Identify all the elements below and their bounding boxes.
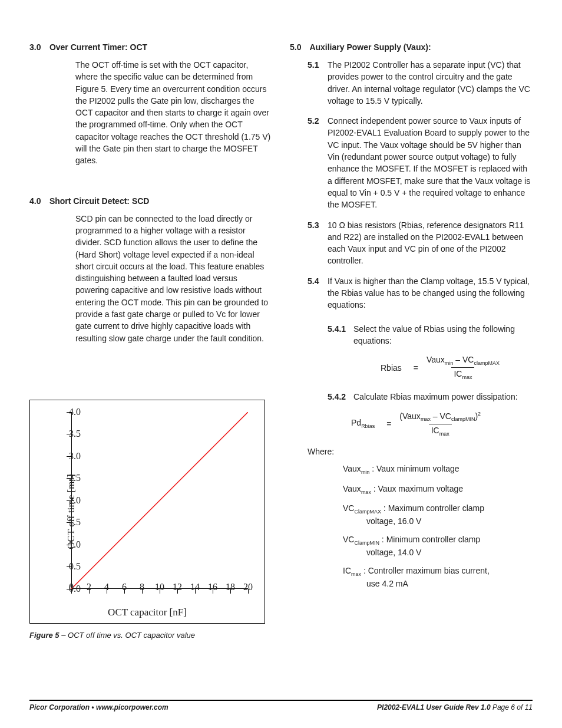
equation-pdrbias-lhs: PdRbias (351, 418, 375, 429)
section-3-title: Over Current Timer: OCT (49, 42, 147, 52)
chart-y-tick-label: 2.0 (57, 495, 81, 506)
eq-minus: – (431, 411, 440, 421)
equation-pdrbias-denominator: ICmax (429, 424, 452, 437)
section-5-heading: 5.0 Auxiliary Power Supply (Vaux): (290, 42, 533, 52)
item-5-4-2-text: Calculate Rbias maximum power dissipatio… (353, 391, 533, 403)
left-column: 3.0 Over Current Timer: OCT The OCT off-… (29, 33, 272, 640)
figure-5: OCT off time [ms] OCT capacitor [nF] 0.0… (29, 400, 272, 640)
eq-term: Vaux (402, 411, 421, 421)
chart-x-tick-label: 10 (155, 582, 164, 592)
eq-term: Pd (351, 418, 361, 427)
eq-term: VC (439, 411, 451, 421)
def-vaux-max: Vauxmax : Vaux maximum voltage (343, 483, 533, 496)
item-5-1-number: 5.1 (308, 59, 328, 107)
section-3-number: 3.0 (29, 42, 47, 52)
section-5-list: 5.1 The PI2002 Controller has a separate… (290, 59, 533, 311)
section-4-body: SCD pin can be connected to the load dir… (29, 213, 272, 344)
def-sub: max (351, 571, 361, 577)
item-5-4-number: 5.4 (308, 275, 328, 311)
eq-minus: – (453, 355, 462, 364)
chart-x-tick-label: 6 (122, 582, 127, 592)
def-sym: VC (343, 535, 354, 544)
eq-sub: clampMIN (451, 417, 475, 423)
footer-left: Picor Corporation • www.picorpower.com (29, 703, 168, 711)
item-5-4-text: If Vaux is higher than the Clamp voltage… (328, 275, 533, 311)
equation-pdrbias: PdRbias = (Vauxmax – VCclampMIN)2 ICmax (328, 411, 533, 436)
eq-term: IC (431, 426, 439, 435)
chart-series-line (71, 412, 248, 589)
chart-y-axis-title: OCT off time [ms] (65, 474, 77, 549)
item-5-4: 5.4 If Vaux is higher than the Clamp vol… (290, 275, 533, 311)
def-cont: voltage, 14.0 V (343, 547, 533, 559)
equation-rbias-denominator: ICmax (451, 367, 474, 380)
chart-x-tick-label: 2 (87, 582, 91, 592)
figure-5-caption: Figure 5 – OCT off time vs. OCT capacito… (29, 631, 272, 640)
chart-x-tick-label: 8 (140, 582, 144, 592)
chart-y-tick-label: 4.0 (57, 407, 81, 417)
item-5-4-2: 5.4.2 Calculate Rbias maximum power diss… (328, 391, 533, 403)
eq-term: VC (462, 355, 474, 364)
page-footer: Picor Corporation • www.picorpower.com P… (29, 700, 533, 711)
section-3-heading: 3.0 Over Current Timer: OCT (29, 42, 272, 52)
equation-rbias-fraction: Vauxmin – VCclampMAX ICmax (424, 355, 502, 380)
chart-y-tick-label: 3.0 (57, 451, 81, 462)
item-5-2-number: 5.2 (308, 115, 328, 210)
def-sym: Vaux (343, 464, 361, 473)
section-4-heading: 4.0 Short Circuit Detect: SCD (29, 196, 272, 206)
def-sub: ClampMIN (354, 540, 379, 546)
section-5-number: 5.0 (290, 42, 308, 52)
chart-x-tick-label: 18 (226, 582, 235, 592)
def-cont: use 4.2 mA (343, 578, 533, 590)
def-sym: Vaux (343, 484, 361, 493)
item-5-4-1-number: 5.4.1 (328, 323, 353, 347)
def-vc-clampmax: VCClampMAX : Maximum controller clamp vo… (343, 503, 533, 527)
eq-term: Vaux (427, 355, 445, 364)
def-sub: max (361, 489, 371, 495)
section-5-4-sublist: 5.4.1 Select the value of Rbias using th… (290, 323, 533, 437)
item-5-1: 5.1 The PI2002 Controller has a separate… (290, 59, 533, 107)
section-4-number: 4.0 (29, 196, 47, 206)
figure-5-caption-rest: – OCT off time vs. OCT capacitor value (59, 631, 195, 640)
equation-pdrbias-fraction: (Vauxmax – VCclampMIN)2 ICmax (397, 411, 483, 436)
footer-right: PI2002-EVAL1 User Guide Rev 1.0 Page 6 o… (377, 703, 533, 711)
item-5-4-1-text: Select the value of Rbias using the foll… (353, 323, 533, 347)
def-cont: voltage, 16.0 V (343, 516, 533, 528)
eq-sub: Rbias (361, 423, 375, 429)
footer-doc-id: PI2002-EVAL1 User Guide Rev 1.0 (377, 703, 491, 711)
chart-x-axis-title: OCT capacitor [nF] (30, 607, 265, 618)
where-definitions: Vauxmin : Vaux minimum voltage Vauxmax :… (308, 463, 533, 589)
section-5-title: Auxiliary Power Supply (Vaux): (309, 42, 431, 52)
equation-rbias: Rbias = Vauxmin – VCclampMAX ICmax (328, 355, 533, 380)
footer-page-num: Page 6 of 11 (491, 703, 533, 711)
chart-y-tick-label: 1.0 (57, 539, 81, 550)
def-text: : Controller maximum bias current, (361, 566, 490, 575)
eq-sub: max (462, 374, 472, 380)
spacer (29, 353, 272, 400)
def-text: : Maximum controller clamp (381, 503, 484, 513)
def-sub: min (361, 469, 370, 475)
eq-sup: 2 (478, 411, 481, 417)
eq-sub: clampMAX (474, 360, 500, 366)
item-5-3-number: 5.3 (308, 219, 328, 267)
two-column-layout: 3.0 Over Current Timer: OCT The OCT off-… (29, 33, 533, 640)
eq-term: IC (454, 369, 462, 378)
def-text: : Vaux minimum voltage (369, 464, 459, 473)
chart-x-tick-label: 20 (243, 582, 253, 592)
equation-rbias-lhs: Rbias (381, 363, 402, 373)
eq-sub: min (445, 360, 454, 366)
def-text: : Minimum controller clamp (379, 535, 480, 544)
chart-y-tick-label: 1.5 (57, 517, 81, 528)
def-ic-max: ICmax : Controller maximum bias current,… (343, 565, 533, 589)
section-3-body: The OCT off-time is set with the OCT cap… (29, 59, 272, 167)
where-block: Where: Vauxmin : Vaux minimum voltage Va… (290, 447, 533, 589)
chart-x-tick-label: 12 (173, 582, 182, 592)
chart-y-tick-label: 0.5 (57, 561, 81, 572)
chart-x-tick-label: 14 (190, 582, 200, 592)
chart-box: OCT off time [ms] OCT capacitor [nF] 0.0… (29, 400, 265, 624)
def-vc-clampmin: VCClampMIN : Minimum controller clamp vo… (343, 534, 533, 558)
item-5-4-1: 5.4.1 Select the value of Rbias using th… (328, 323, 533, 347)
def-text: : Vaux maximum voltage (371, 484, 463, 493)
chart-plot-area (71, 412, 248, 589)
eq-sub: max (421, 417, 431, 423)
right-column: 5.0 Auxiliary Power Supply (Vaux): 5.1 T… (290, 33, 533, 640)
